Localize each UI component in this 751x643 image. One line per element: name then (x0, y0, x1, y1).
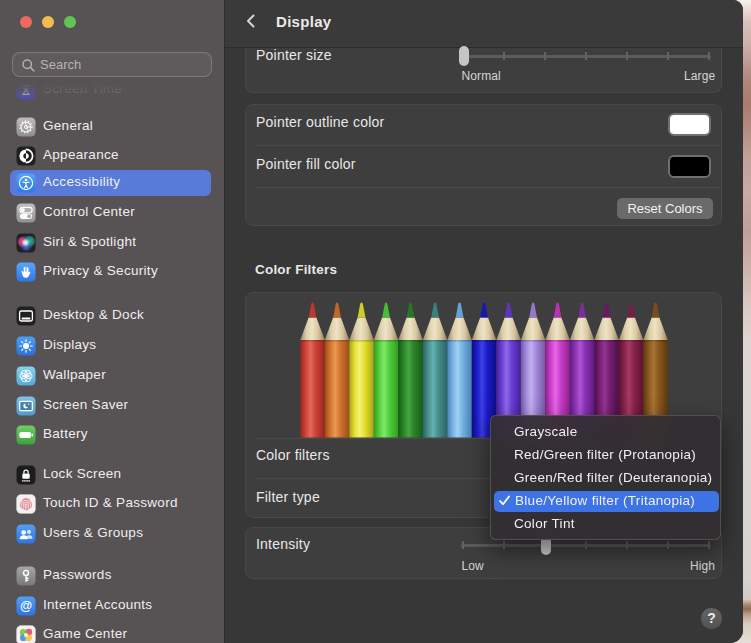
svg-text:@: @ (20, 599, 32, 613)
